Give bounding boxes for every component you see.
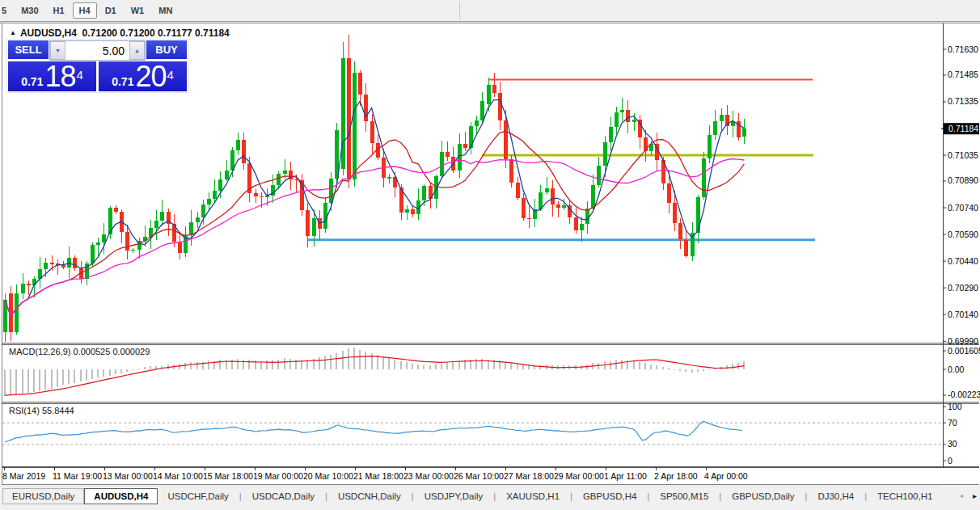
price-axis-label: 0.70290 bbox=[948, 283, 978, 293]
time-axis-label: 2 Apr 18:00 bbox=[654, 471, 698, 481]
time-axis-label: 15 Mar 18:00 bbox=[203, 471, 253, 481]
time-axis-label: 20 Mar 10:00 bbox=[303, 471, 353, 481]
buy-price-big: 20 bbox=[135, 63, 166, 90]
period-toolbar: 5M30H1H4D1W1MN bbox=[0, 0, 980, 22]
chart-symbol: AUDUSD,H4 bbox=[20, 27, 77, 39]
time-axis-label: 14 Mar 10:00 bbox=[153, 471, 203, 481]
price-axis-label: 0.70140 bbox=[948, 310, 978, 319]
rsi-axis-label: 70 bbox=[948, 418, 957, 428]
toolbar-separator bbox=[459, 2, 460, 19]
macd-indicator-label: MACD(12,26,9) 0.000525 0.000029 bbox=[9, 347, 150, 356]
tab-scroll-right-icon[interactable]: ▸ bbox=[973, 491, 977, 500]
chart-tab-usdcad-daily[interactable]: USDCAD,Daily bbox=[243, 488, 324, 504]
timeframe-button-m30[interactable]: M30 bbox=[15, 2, 44, 19]
chart-ohlc: 0.71200 0.71200 0.71177 0.71184 bbox=[82, 27, 230, 39]
timeframe-button-h1[interactable]: H1 bbox=[47, 2, 71, 19]
time-axis-label: 4 Apr 00:00 bbox=[704, 471, 748, 481]
sell-price-big: 18 bbox=[44, 63, 75, 90]
volume-input[interactable]: 5.00 bbox=[65, 41, 129, 60]
chart-tab-xauusd-h1[interactable]: XAUUSD,H1 bbox=[496, 488, 569, 504]
collapse-triangle-icon[interactable]: ▲ bbox=[10, 29, 16, 36]
price-axis-label: 0.71335 bbox=[948, 96, 978, 106]
time-axis-label: 21 Mar 18:00 bbox=[353, 471, 403, 481]
timeframe-button-w1[interactable]: W1 bbox=[125, 2, 151, 19]
price-axis-label: 0.70590 bbox=[948, 230, 978, 239]
timeframe-button-5[interactable]: 5 bbox=[0, 2, 13, 19]
macd-axis-label: 0.001605 bbox=[948, 346, 980, 356]
volume-decrease-button[interactable]: ▼ bbox=[50, 41, 65, 60]
one-click-trade-panel: SELL ▼ 5.00 ▲ BUY 0.71 18 4 0.71 20 4 bbox=[6, 39, 188, 93]
chart-tab-sp500-m15[interactable]: SP500,M15 bbox=[650, 488, 718, 504]
tab-scroll-arrows: ◂ ▸ bbox=[940, 486, 980, 505]
chart-tab-usdcnh-daily[interactable]: USDCNH,Daily bbox=[328, 488, 411, 504]
buy-price-display[interactable]: 0.71 20 4 bbox=[99, 61, 187, 91]
chart-title: ▲AUDUSD,H4 0.71200 0.71200 0.71177 0.711… bbox=[10, 27, 230, 39]
buy-price-pipette: 4 bbox=[167, 61, 173, 87]
time-axis-label: 27 Mar 18:00 bbox=[504, 471, 554, 481]
price-axis-label: 0.69990 bbox=[948, 336, 978, 346]
price-axis-label: 0.70890 bbox=[948, 175, 978, 185]
rsi-axis-label: 100 bbox=[948, 402, 962, 411]
chart-tab-gbpusd-h4[interactable]: GBPUSD,H4 bbox=[573, 488, 646, 504]
price-axis-label: 0.70440 bbox=[948, 256, 978, 266]
buy-button[interactable]: BUY bbox=[146, 40, 187, 61]
buy-price-prefix: 0.71 bbox=[112, 74, 133, 90]
price-axis-label: 0.71630 bbox=[948, 44, 978, 54]
time-axis-label: 19 Mar 00:00 bbox=[253, 471, 303, 481]
time-axis-label: 11 Mar 19:00 bbox=[53, 471, 102, 481]
time-axis-label: 26 Mar 10:00 bbox=[454, 471, 504, 481]
rsi-axis-label: 30 bbox=[948, 439, 957, 449]
price-axis-label: 0.71035 bbox=[948, 150, 978, 160]
mt4-window: 5M30H1H4D1W1MN 0.716300.714850.713350.71… bbox=[0, 0, 980, 510]
chart-tab-tech100-h1[interactable]: TECH100,H1 bbox=[868, 488, 942, 504]
rsi-indicator-label: RSI(14) 55.8444 bbox=[9, 406, 74, 415]
time-axis-label: 23 Mar 00:00 bbox=[403, 471, 454, 481]
sell-price-prefix: 0.71 bbox=[21, 74, 43, 90]
current-price-label: 0.71184 bbox=[948, 124, 978, 133]
time-axis-label: 29 Mar 00:00 bbox=[554, 471, 604, 481]
chart-tab-usdjpy-daily[interactable]: USDJPY,Daily bbox=[415, 488, 493, 504]
timeframe-button-d1[interactable]: D1 bbox=[99, 2, 123, 19]
chart-tab-dj30-h4[interactable]: DJ30,H4 bbox=[808, 488, 864, 504]
volume-increase-button[interactable]: ▲ bbox=[129, 41, 145, 60]
status-strip bbox=[0, 505, 980, 510]
chart-window: 0.716300.714850.713350.710350.708900.707… bbox=[0, 23, 980, 485]
rsi-axis-label: 0 bbox=[948, 456, 953, 466]
price-axis-label: 0.71485 bbox=[948, 70, 978, 79]
chart-tab-eurusd-daily[interactable]: EURUSD,Daily bbox=[2, 488, 84, 504]
price-axis-label: 0.70740 bbox=[948, 203, 978, 213]
macd-axis-label: -0.002235 bbox=[948, 390, 980, 399]
timeframe-button-h4[interactable]: H4 bbox=[73, 2, 97, 19]
sell-price-display[interactable]: 0.71 18 4 bbox=[8, 61, 96, 91]
time-axis-label: 8 Mar 2019 bbox=[2, 471, 45, 481]
macd-axis-label: 0.00 bbox=[948, 365, 965, 374]
chart-tab-audusd-h4[interactable]: AUDUSD,H4 bbox=[84, 488, 158, 504]
volume-spinner: ▼ 5.00 ▲ bbox=[49, 40, 146, 61]
sell-button[interactable]: SELL bbox=[8, 40, 49, 61]
chart-tab-gbpusd-daily[interactable]: GBPUSD,Daily bbox=[722, 488, 804, 504]
tab-scroll-left-icon[interactable]: ◂ bbox=[960, 492, 963, 499]
time-axis-label: 1 Apr 11:00 bbox=[604, 471, 647, 481]
timeframe-button-mn[interactable]: MN bbox=[152, 2, 179, 19]
time-axis-label: 13 Mar 00:00 bbox=[103, 471, 153, 481]
sell-price-pipette: 4 bbox=[76, 61, 82, 87]
chart-tab-bar: EURUSD,DailyAUDUSD,H4USDCHF,Daily|USDCAD… bbox=[0, 486, 980, 506]
chart-tab-usdchf-daily[interactable]: USDCHF,Daily bbox=[158, 488, 238, 504]
